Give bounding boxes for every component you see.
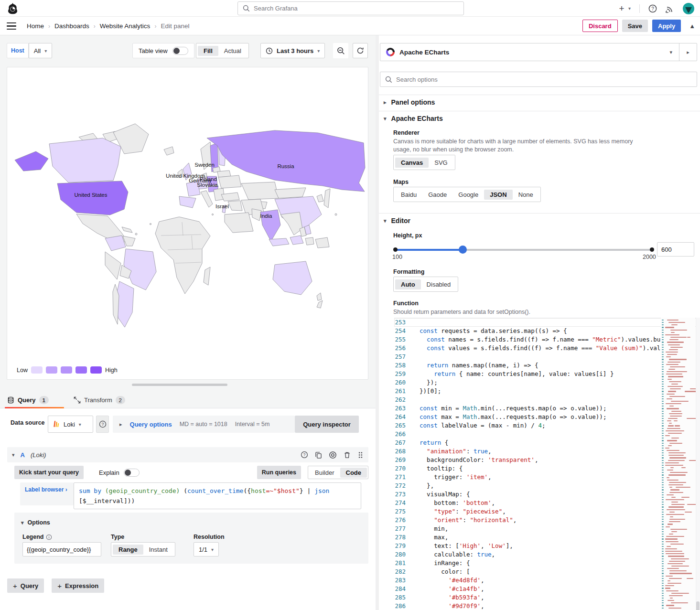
panel-options-section[interactable]: ▸ Panel options: [384, 98, 435, 106]
time-range-picker[interactable]: Last 3 hours ▾: [260, 43, 325, 58]
code-line[interactable]: 269 backgroundColor: 'transparent',: [394, 456, 697, 464]
datasource-help-icon[interactable]: ?: [96, 416, 109, 433]
code-line[interactable]: 272 },: [394, 482, 697, 490]
code-line[interactable]: 266: [394, 430, 697, 439]
code-line[interactable]: 274 bottom: 'bottom',: [394, 499, 697, 507]
code-line[interactable]: 263 const min = Math.min(...requests.map…: [394, 404, 697, 413]
save-button[interactable]: Save: [622, 20, 648, 32]
maps-option-none[interactable]: None: [513, 190, 539, 200]
table-view-switch[interactable]: [172, 47, 188, 55]
maps-option-json[interactable]: JSON: [484, 190, 512, 200]
code-line[interactable]: 256 const values = s.fields.find((f) => …: [394, 344, 697, 353]
apply-button[interactable]: Apply: [652, 20, 681, 32]
maps-option-google[interactable]: Google: [452, 190, 484, 200]
breadcrumb-dashboards[interactable]: Dashboards: [54, 22, 89, 30]
code-line[interactable]: 279 text: ['High', 'Low'],: [394, 542, 697, 550]
breadcrumb-dashboard-name[interactable]: Website Analytics: [100, 22, 151, 30]
tab-transform[interactable]: Transform 2: [74, 392, 125, 408]
code-line[interactable]: 285 '#b593fa',: [394, 593, 697, 602]
panel-resize-handle[interactable]: [132, 384, 227, 386]
toggle-pane-button[interactable]: ▸: [679, 43, 697, 61]
explain-switch[interactable]: [124, 469, 140, 477]
pane-divider[interactable]: [376, 35, 379, 610]
code-line[interactable]: 281 inRange: {: [394, 559, 697, 567]
add-query-button[interactable]: +Query: [7, 578, 44, 593]
refresh-button[interactable]: [353, 43, 368, 58]
code-line[interactable]: 264 const max = Math.max(...requests.map…: [394, 413, 697, 421]
user-avatar[interactable]: [683, 3, 694, 14]
formatting-option-disabled[interactable]: Disabled: [421, 279, 457, 289]
visualization-picker[interactable]: Apache ECharts ▾ ▸: [380, 43, 697, 61]
height-value-input[interactable]: [657, 242, 694, 257]
code-line[interactable]: 270 tooltip: {: [394, 464, 697, 473]
code-line[interactable]: 253: [394, 318, 697, 327]
code-line[interactable]: 255 const names = s.fields.find((f) => f…: [394, 335, 697, 344]
query-options-toggle[interactable]: Query options: [130, 421, 172, 428]
tab-query[interactable]: Query 1: [7, 392, 49, 408]
code-line[interactable]: 275 "type": "piecewise",: [394, 507, 697, 516]
code-line[interactable]: 267 return {: [394, 439, 697, 447]
code-line[interactable]: 265 const labelValue = (max - min) / 4;: [394, 421, 697, 430]
duplicate-query-icon[interactable]: [315, 451, 322, 459]
loki-query-input[interactable]: sum by (geoip_country_code) (count_over_…: [74, 482, 361, 509]
fill-option[interactable]: Fill: [198, 46, 218, 56]
actual-option[interactable]: Actual: [218, 46, 247, 56]
code-line[interactable]: 261 })[0];: [394, 387, 697, 396]
code-line[interactable]: 283 '#e4d8fd',: [394, 576, 697, 585]
editor-section[interactable]: ▾ Editor: [384, 217, 410, 225]
label-browser-chip[interactable]: Label browser ›: [20, 482, 74, 505]
height-slider[interactable]: [395, 249, 652, 251]
code-line[interactable]: 273 visualMap: {: [394, 490, 697, 499]
options-search-input[interactable]: Search options: [380, 72, 697, 87]
help-icon[interactable]: ?: [648, 4, 657, 13]
code-line[interactable]: 280 calculable: true,: [394, 550, 697, 559]
code-line[interactable]: 259 return { name: countries[name], valu…: [394, 370, 697, 378]
global-search-input[interactable]: Search Grafana: [237, 1, 464, 15]
datasource-picker[interactable]: Loki ▾: [48, 416, 93, 433]
add-menu-button[interactable]: + ▾: [619, 3, 631, 14]
host-variable-select[interactable]: All▾: [29, 43, 52, 58]
code-line[interactable]: 286 '#9d70f9',: [394, 602, 697, 610]
echarts-section[interactable]: ▾ Apache ECharts: [384, 115, 443, 122]
code-line[interactable]: 284 '#c1a4fb',: [394, 585, 697, 593]
run-queries-button[interactable]: Run queries: [257, 466, 301, 479]
range-option[interactable]: Range: [113, 545, 143, 555]
builder-option[interactable]: Builder: [309, 468, 340, 478]
code-line[interactable]: 268 "animation": true,: [394, 447, 697, 456]
editor-scrollbar[interactable]: [696, 318, 700, 610]
maps-option-gaode[interactable]: Gaode: [422, 190, 452, 200]
menu-toggle-icon[interactable]: [7, 22, 16, 30]
breadcrumb-home[interactable]: Home: [27, 22, 44, 30]
code-line[interactable]: 277 min,: [394, 524, 697, 533]
query-inspector-button[interactable]: Query inspector: [295, 416, 359, 433]
world-map[interactable]: United StatesSwedenUnited KingdomGermany…: [7, 71, 368, 364]
grafana-logo[interactable]: [6, 2, 19, 15]
code-line[interactable]: 258 return names.map((name, i) => {: [394, 361, 697, 370]
delete-query-icon[interactable]: [344, 451, 351, 459]
code-minimap[interactable]: [661, 318, 695, 610]
code-line[interactable]: 262: [394, 396, 697, 404]
code-line[interactable]: 278 max,: [394, 533, 697, 542]
collapse-options-icon[interactable]: ▲: [689, 22, 695, 30]
legend-format-input[interactable]: [22, 542, 101, 556]
code-line[interactable]: 254 const requests = data.series.map((s)…: [394, 327, 697, 335]
slider-thumb[interactable]: [459, 246, 467, 254]
renderer-option-svg[interactable]: SVG: [429, 158, 453, 168]
code-option[interactable]: Code: [340, 468, 367, 478]
formatting-option-auto[interactable]: Auto: [395, 279, 421, 289]
code-line[interactable]: 271 trigger: 'item',: [394, 473, 697, 482]
discard-button[interactable]: Discard: [582, 20, 618, 32]
drag-handle-icon[interactable]: [357, 451, 364, 459]
zoom-out-time-button[interactable]: [333, 43, 348, 58]
disable-query-icon[interactable]: [329, 451, 337, 459]
maps-option-baidu[interactable]: Baidu: [395, 190, 422, 200]
code-line[interactable]: 257: [394, 353, 697, 361]
news-icon[interactable]: [666, 4, 674, 13]
kick-start-button[interactable]: Kick start your query: [14, 466, 84, 479]
renderer-option-canvas[interactable]: Canvas: [395, 158, 429, 168]
add-expression-button[interactable]: +Expression: [52, 578, 104, 593]
function-code-editor[interactable]: 253254 const requests = data.series.map(…: [394, 318, 697, 610]
query-help-icon[interactable]: ?: [301, 451, 308, 459]
instant-option[interactable]: Instant: [143, 545, 173, 555]
code-line[interactable]: 276 "orient": "horizontal",: [394, 516, 697, 524]
